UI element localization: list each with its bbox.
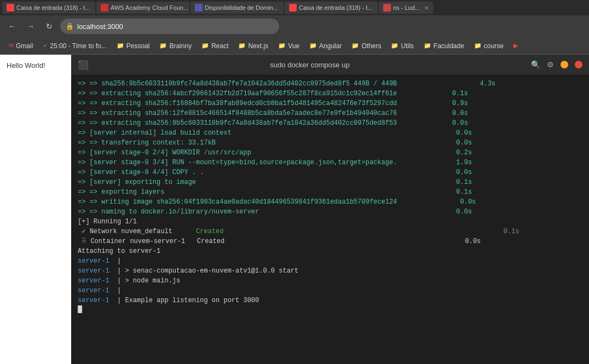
tab-label-5: ns - Lud... [393, 4, 420, 11]
terminal-titlebar: ⬛ sudo docker compose up 🔍 ⚙ [71, 55, 589, 74]
server-label-4: server-1 [78, 287, 109, 294]
terminal-cursor [78, 305, 82, 313]
server-bar-2: | [109, 267, 125, 275]
terminal-line-server-5: server-1 | Example app listening on port… [78, 296, 582, 305]
terminal-window: ⬛ sudo docker compose up 🔍 ⚙ => => sha25… [71, 55, 589, 364]
settings-icon[interactable]: ⚙ [547, 60, 554, 69]
bookmark-timer[interactable]: ✓ 25:00 - Time to fo... [38, 41, 111, 51]
tab-favicon-5 [383, 4, 391, 11]
terminal-cursor-line [78, 305, 582, 313]
server-label-1: server-1 [78, 257, 109, 265]
youtube-icon: ▶ [513, 42, 518, 49]
checkmark-icon: ✔ [78, 228, 90, 235]
spinner-icon: ⠿ [78, 238, 90, 245]
terminal-line-1: => => sha256:9b5c6033110b9fc74a8d438ab7f… [78, 79, 582, 89]
folder-others-icon: 📁 [351, 42, 359, 49]
terminal-line-12: => => exporting layers 0.1s [78, 187, 582, 197]
terminal-titlebar-right: 🔍 ⚙ [531, 60, 582, 69]
lock-icon: 🔒 [66, 22, 74, 30]
bookmark-react[interactable]: 📁 React [197, 41, 233, 51]
bookmark-timer-label: 25:00 - Time to fo... [50, 42, 106, 50]
bookmark-pessoal[interactable]: 📁 Pessoal [112, 41, 154, 51]
tab-close-4[interactable]: ✕ [377, 5, 378, 11]
tab-4[interactable]: Caixa de entrada (318) - t... ✕ [285, 2, 378, 14]
terminal-content[interactable]: => => sha256:9b5c6033110b9fc74a8d438ab7f… [71, 74, 589, 364]
terminal-line-server-4: server-1 | [78, 286, 582, 296]
terminal-line-server-1: server-1 | [78, 256, 582, 266]
bookmark-youtube[interactable]: ▶ [509, 41, 522, 51]
bookmark-course[interactable]: 📁 course [470, 41, 508, 51]
terminal-icon: ⬛ [78, 60, 89, 70]
tab-favicon-1 [7, 4, 14, 11]
tab-2[interactable]: AWS Academy Cloud Foun... ✕ [96, 2, 189, 14]
minimize-button[interactable] [561, 61, 568, 68]
tab-label-4: Caixa de entrada (318) - t... [299, 4, 373, 11]
tab-3[interactable]: Disponibilidade de Domin... ✕ [190, 2, 284, 14]
bookmark-course-label: course [484, 42, 504, 50]
bookmark-vue[interactable]: 📁 Vue [274, 41, 304, 51]
address-input[interactable]: 🔒 localhost:3000 [60, 19, 279, 34]
bookmark-react-label: React [211, 42, 228, 50]
tab-close-3[interactable]: ✕ [282, 5, 284, 11]
container-text: Container nuvem-server-1 Created 0.0s [90, 238, 481, 245]
gmail-icon: ✉ [9, 42, 14, 49]
bookmark-brainny-label: Brainny [169, 42, 192, 50]
tab-1[interactable]: Caixa de entrada (318) - t... ✕ [2, 2, 95, 14]
server-cmd-2: > node main.js [125, 277, 180, 285]
bookmark-faculdade[interactable]: 📁 Faculdade [419, 41, 469, 51]
tab-close-5[interactable]: ✕ [424, 5, 429, 11]
server-output: Example app listening on port 3000 [125, 297, 259, 304]
terminal-line-5: => => extracting sha256:9b5c6033110b9fc7… [78, 118, 582, 128]
close-button[interactable] [575, 61, 582, 68]
terminal-line-server-3: server-1 | > node main.js [78, 276, 582, 286]
terminal-line-14: => => naming to docker.io/library/nuvem-… [78, 207, 582, 217]
tab-favicon-4 [289, 4, 297, 11]
terminal-title-text: sudo docker compose up [270, 61, 349, 69]
bookmark-brainny[interactable]: 📁 Brainny [155, 41, 196, 51]
timer-icon: ✓ [43, 42, 48, 49]
back-button[interactable]: ← [4, 19, 20, 34]
terminal-line-3: => => extracting sha256:f16884bf7ba38fab… [78, 99, 582, 108]
folder-brainny-icon: 📁 [159, 42, 167, 49]
address-text: localhost:3000 [77, 22, 123, 31]
tab-close-1[interactable]: ✕ [95, 5, 95, 11]
bookmark-others[interactable]: 📁 Others [347, 41, 385, 51]
bookmark-vue-label: Vue [288, 42, 299, 50]
browser-window: Caixa de entrada (318) - t... ✕ AWS Acad… [0, 0, 589, 364]
server-bar-4: | [109, 287, 122, 294]
tab-label-1: Caixa de entrada (318) - t... [16, 4, 90, 11]
folder-utils-icon: 📁 [391, 42, 399, 49]
address-bar-row: ← → ↻ 🔒 localhost:3000 [0, 15, 589, 37]
tab-favicon-2 [101, 4, 108, 11]
content-area: Hello World! ⬛ sudo docker compose up 🔍 … [0, 55, 589, 364]
folder-pessoal-icon: 📁 [117, 42, 124, 49]
bookmark-others-label: Others [361, 42, 381, 50]
server-bar-5: | [109, 297, 125, 304]
bookmark-nextjs[interactable]: 📁 Next.js [234, 41, 273, 51]
folder-faculdade-icon: 📁 [424, 42, 431, 49]
server-label-5: server-1 [78, 297, 109, 304]
forward-button[interactable]: → [23, 19, 38, 34]
terminal-line-17: ⠿ Container nuvem-server-1 Created 0.0s [78, 236, 582, 246]
bookmark-gmail[interactable]: ✉ Gmail [4, 41, 37, 51]
server-label-2: server-1 [78, 267, 109, 275]
refresh-button[interactable]: ↻ [42, 19, 57, 34]
bookmark-angular-label: Angular [319, 42, 342, 50]
bookmark-utils[interactable]: 📁 Utils [386, 41, 418, 51]
terminal-line-4: => => extracting sha256:12fe8815c466514f… [78, 108, 582, 118]
terminal-line-7: => => transferring context: 33.17kB 0.0s [78, 138, 582, 148]
terminal-line-6: => [server internal] load build context … [78, 128, 582, 138]
folder-course-icon: 📁 [474, 42, 482, 49]
bookmark-gmail-label: Gmail [16, 42, 33, 50]
tab-5[interactable]: ns - Lud... ✕ [379, 2, 433, 14]
created-text: Created [196, 228, 223, 235]
bookmark-angular[interactable]: 📁 Angular [305, 41, 346, 51]
terminal-title: sudo docker compose up [270, 61, 349, 69]
folder-angular-icon: 📁 [309, 42, 317, 49]
terminal-line-13: => => writing image sha256:04f1983ca4ae0… [78, 197, 582, 207]
search-icon[interactable]: 🔍 [531, 60, 540, 69]
tab-label-2: AWS Academy Cloud Foun... [111, 4, 188, 11]
terminal-line-9: => [server stage-0 3/4] RUN --mount=type… [78, 158, 582, 167]
network-time: 0.1s [224, 228, 519, 235]
server-cmd-1: > senac-computacao-em-nuvem-atv1@1.0.0 s… [125, 267, 298, 275]
